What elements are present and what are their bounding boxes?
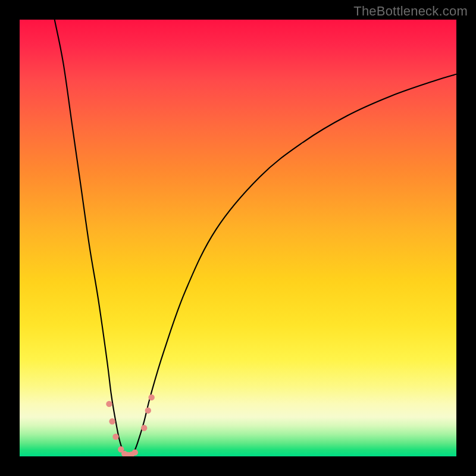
marker-point <box>148 394 154 400</box>
marker-point <box>141 425 147 431</box>
watermark-text: TheBottleneck.com <box>353 4 468 19</box>
marker-layer <box>20 20 456 456</box>
marker-point <box>112 434 118 440</box>
marker-point <box>132 449 138 455</box>
marker-point <box>106 401 112 407</box>
chart-frame: TheBottleneck.com <box>0 0 476 476</box>
highlighted-points <box>106 394 155 456</box>
marker-point <box>109 418 115 424</box>
marker-point <box>145 408 151 414</box>
plot-area <box>20 20 456 456</box>
